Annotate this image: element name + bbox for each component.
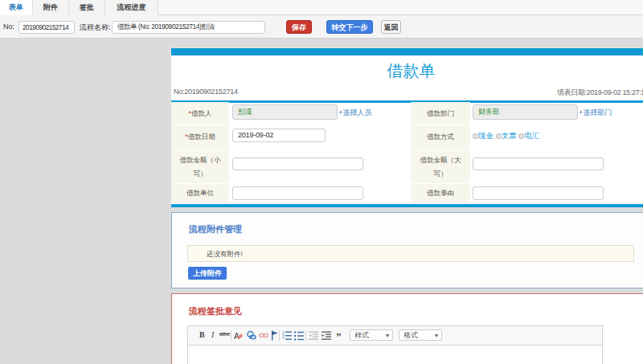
svg-text:2: 2 — [282, 334, 285, 339]
